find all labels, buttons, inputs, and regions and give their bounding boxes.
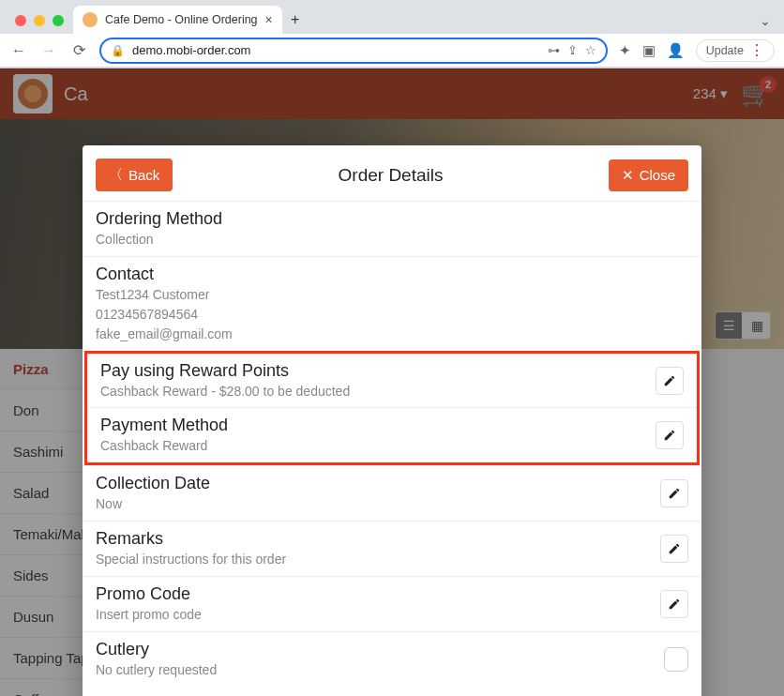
panel-icon[interactable]: ▣ [642, 42, 656, 59]
section-sub: Cashback Reward - $28.00 to be deducted [100, 383, 684, 401]
section-cutlery: Cutlery No cutlery requested [83, 631, 701, 687]
browser-tab[interactable]: Cafe Demo - Online Ordering × [73, 6, 282, 34]
nav-back-button[interactable]: ← [9, 42, 28, 59]
section-promo-code: Promo Code Insert promo code [83, 576, 701, 631]
section-sub: No cutlery requested [96, 661, 688, 679]
favicon-icon [83, 12, 98, 27]
section-title: Pay using Reward Points [100, 361, 684, 381]
key-icon[interactable]: ⊶ [548, 43, 560, 57]
close-icon: ✕ [622, 167, 634, 184]
close-button[interactable]: ✕ Close [609, 159, 688, 191]
tab-close-icon[interactable]: × [265, 12, 273, 27]
nav-forward-button: → [39, 42, 58, 59]
edit-promo-button[interactable] [660, 590, 688, 618]
section-title: Contact [96, 265, 688, 284]
section-title: Collection Date [96, 474, 688, 493]
section-sub: Now [96, 495, 688, 513]
edit-payment-button[interactable] [656, 421, 684, 449]
tab-strip: Cafe Demo - Online Ordering × + ⌄ [0, 0, 784, 34]
window-close-icon[interactable] [15, 15, 26, 26]
url-bar[interactable]: 🔒 demo.mobi-order.com ⊶ ⇪ ☆ [99, 38, 608, 64]
section-remarks: Remarks Special instructions for this or… [83, 521, 701, 576]
section-contact: Contact Test1234 Customer 01234567894564… [83, 256, 701, 351]
tabstrip-chevron-icon[interactable]: ⌄ [760, 13, 784, 34]
pencil-icon [668, 487, 681, 500]
section-sub: Cashback Reward [100, 437, 684, 455]
nav-reload-button[interactable]: ⟳ [69, 41, 88, 59]
lock-icon: 🔒 [111, 44, 125, 57]
chevron-left-icon: 〈 [109, 166, 123, 184]
edit-reward-button[interactable] [656, 367, 684, 395]
cutlery-checkbox[interactable] [664, 647, 688, 672]
section-payment-method: Payment Method Cashback Reward [87, 407, 697, 462]
kebab-icon[interactable]: ⋮ [749, 46, 764, 55]
window-maximize-icon[interactable] [53, 15, 64, 26]
modal-header: 〈 Back Order Details ✕ Close [83, 145, 701, 201]
extensions-icon[interactable]: ✦ [619, 42, 631, 59]
section-reward-points: Pay using Reward Points Cashback Reward … [87, 354, 697, 408]
section-title: Ordering Method [96, 209, 688, 229]
section-title: Payment Method [100, 416, 684, 435]
pencil-icon [663, 429, 676, 442]
share-icon[interactable]: ⇪ [567, 43, 578, 57]
contact-name: Test1234 Customer [96, 286, 688, 304]
pencil-icon [668, 598, 681, 611]
section-title: Promo Code [96, 584, 688, 604]
tab-title: Cafe Demo - Online Ordering [105, 13, 258, 26]
update-label: Update [706, 44, 744, 57]
back-label: Back [128, 167, 159, 183]
contact-phone: 01234567894564 [96, 306, 688, 324]
app-root: Ca 234 ▾ 🛒 2 Pizza Don Sashimi Salad Tem… [0, 68, 784, 696]
section-sub: Collection [96, 231, 688, 249]
order-details-modal: 〈 Back Order Details ✕ Close Ordering Me… [83, 145, 701, 696]
window-minimize-icon[interactable] [34, 15, 45, 26]
modal-footer: Next 〉 [83, 687, 701, 696]
browser-toolbar: ← → ⟳ 🔒 demo.mobi-order.com ⊶ ⇪ ☆ ✦ ▣ 👤 … [0, 34, 784, 68]
window-controls[interactable] [9, 15, 73, 34]
back-button[interactable]: 〈 Back [96, 159, 173, 191]
extension-area: ✦ ▣ 👤 Update ⋮ [619, 39, 775, 62]
browser-chrome: Cafe Demo - Online Ordering × + ⌄ ← → ⟳ … [0, 0, 784, 68]
edit-collection-button[interactable] [660, 479, 688, 507]
section-title: Cutlery [96, 640, 688, 659]
close-label: Close [640, 167, 675, 183]
section-title: Remarks [96, 529, 688, 549]
modal-title: Order Details [173, 165, 608, 186]
section-collection-date: Collection Date Now [83, 465, 701, 521]
section-sub: Insert promo code [96, 606, 688, 624]
section-sub: Special instructions for this order [96, 551, 688, 568]
new-tab-button[interactable]: + [282, 11, 309, 34]
star-icon[interactable]: ☆ [585, 43, 596, 57]
pencil-icon [668, 542, 681, 555]
contact-email: fake_email@gmail.com [96, 325, 688, 343]
update-button[interactable]: Update ⋮ [696, 39, 775, 62]
section-ordering-method: Ordering Method Collection [83, 201, 701, 256]
edit-remarks-button[interactable] [660, 535, 688, 563]
pencil-icon [663, 374, 676, 387]
highlighted-sections: Pay using Reward Points Cashback Reward … [84, 351, 700, 466]
url-text: demo.mobi-order.com [132, 43, 250, 57]
profile-icon[interactable]: 👤 [667, 42, 685, 59]
